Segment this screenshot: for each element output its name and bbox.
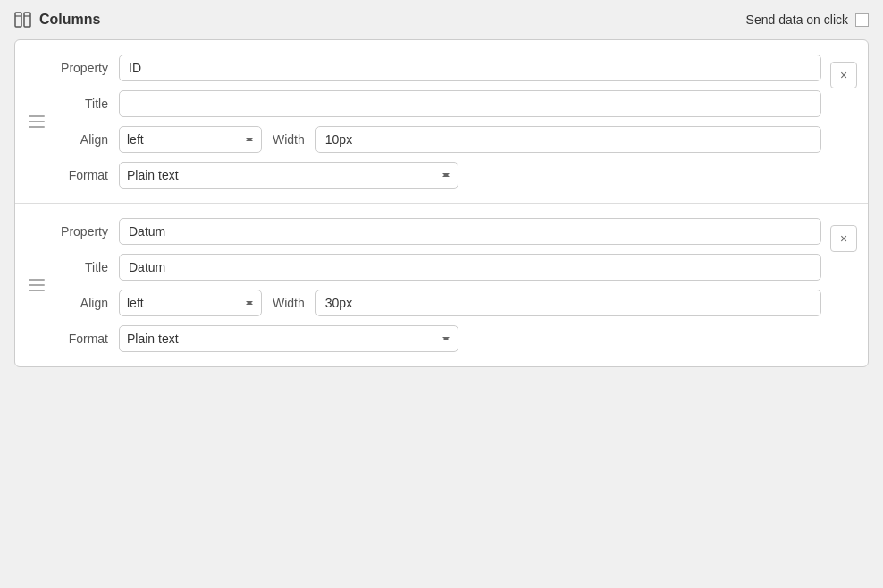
drag-line-5 [29,284,45,286]
property-input-2[interactable] [119,218,821,245]
table-row: Property Title Align left center right W… [15,40,868,204]
drag-line-3 [29,126,45,128]
drag-line-1 [29,115,45,117]
send-data-checkbox[interactable] [855,13,869,27]
align-width-row-1: left center right Width [119,126,821,153]
format-label-1: Format [55,168,108,182]
drag-handle-lines-2 [29,279,45,291]
width-input-2[interactable] [315,290,821,316]
property-label-1: Property [55,61,108,75]
svg-rect-0 [15,13,21,27]
drag-handle-lines [29,115,45,128]
align-width-row-2: left center right Width [119,290,821,316]
drag-line-6 [29,290,45,291]
property-input-1[interactable] [119,55,821,81]
header-right: Send data on click [746,13,869,27]
align-label-2: Align [55,296,108,310]
title-label-2: Title [55,260,108,274]
align-select-2[interactable]: left center right [119,290,262,316]
columns-container: Property Title Align left center right W… [14,39,869,367]
table-row: Property Title Align left center right W… [15,204,868,366]
delete-button-2[interactable]: × [830,225,857,252]
header: Columns Send data on click [14,11,869,29]
drag-line-4 [29,279,45,281]
property-label-2: Property [55,224,108,239]
drag-handle[interactable] [26,55,47,189]
format-label-2: Format [55,332,108,346]
fields-grid-1: Property Title Align left center right W… [55,55,821,189]
width-label-1: Width [273,132,305,147]
width-label-2: Width [273,296,305,310]
align-select-1[interactable]: left center right [119,126,262,153]
title-input-2[interactable] [119,254,821,281]
align-label-1: Align [55,132,108,147]
fields-grid-2: Property Title Align left center right W… [55,218,821,352]
format-select-2[interactable]: Plain text Number Date Currency Boolean [119,325,458,352]
width-input-1[interactable] [315,126,821,153]
header-left: Columns [14,11,100,29]
format-select-1[interactable]: Plain text Number Date Currency Boolean [119,162,458,189]
title-label-1: Title [55,97,108,111]
page-container: Columns Send data on click Property [0,0,883,588]
delete-button-1[interactable]: × [830,62,857,88]
drag-line-2 [29,121,45,122]
send-data-label: Send data on click [746,13,848,27]
drag-handle-2[interactable] [26,218,47,352]
title-input-1[interactable] [119,90,821,117]
columns-icon [14,11,32,29]
svg-rect-1 [24,13,30,27]
page-title: Columns [39,12,100,28]
